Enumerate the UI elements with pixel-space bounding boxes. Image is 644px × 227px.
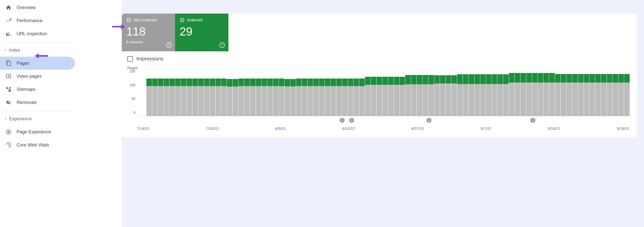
- x-tick: 8/16/22: [342, 126, 355, 131]
- chart-ylabel: Pages: [127, 66, 632, 70]
- search-icon: [6, 31, 12, 37]
- pages-chart: Pages 150100500 1511 7/14/227/25/228/5/2…: [122, 64, 637, 137]
- caret-down-icon: [4, 117, 8, 121]
- sidebar-item-core-web-vitals[interactable]: Core Web Vitals: [0, 138, 122, 152]
- help-icon[interactable]: ?: [219, 42, 225, 48]
- impressions-label: Impressions: [136, 56, 164, 62]
- x-tick: 8/5/22: [275, 126, 286, 131]
- chart-marker[interactable]: 1: [426, 118, 431, 123]
- stat-not-indexed[interactable]: Not indexed 118 5 reasons ?: [122, 14, 175, 51]
- impressions-checkbox[interactable]: [127, 56, 133, 62]
- caret-down-icon: [4, 48, 8, 52]
- sidebar-item-sitemaps[interactable]: Sitemaps: [0, 83, 122, 96]
- section-index[interactable]: Index: [0, 44, 122, 57]
- sidebar-item-page-experience[interactable]: Page Experience: [0, 125, 122, 138]
- chart-marker[interactable]: 5: [349, 118, 354, 123]
- stat-indexed-label: Indexed: [187, 18, 203, 23]
- annotation-arrow: [112, 24, 125, 30]
- section-experience[interactable]: Experience: [0, 112, 122, 125]
- checkbox-checked-icon: [126, 18, 131, 23]
- sidebar-item-removals[interactable]: Removals: [0, 96, 122, 109]
- sidebar: Overview Performance URL inspection Inde…: [0, 0, 122, 227]
- sidebar-item-overview[interactable]: Overview: [0, 1, 122, 14]
- trend-icon: [6, 18, 12, 24]
- chart-bars: [146, 71, 629, 116]
- checkbox-checked-icon: [180, 18, 185, 23]
- sidebar-item-label: Pages: [17, 61, 29, 66]
- help-icon[interactable]: ?: [166, 42, 172, 48]
- sidebar-item-url-inspection[interactable]: URL inspection: [0, 27, 122, 40]
- video-icon: [6, 73, 12, 79]
- sidebar-item-performance[interactable]: Performance: [0, 14, 122, 27]
- eye-off-icon: [6, 99, 12, 105]
- stat-not-indexed-value: 118: [126, 25, 171, 38]
- stat-not-indexed-sub: 5 reasons: [126, 40, 171, 44]
- stat-indexed[interactable]: Indexed 29 ?: [175, 14, 228, 51]
- annotation-arrow: [35, 53, 48, 59]
- sitemap-icon: [6, 86, 12, 92]
- x-axis: 7/14/227/25/228/5/228/16/228/27/229/7/22…: [127, 126, 632, 131]
- x-tick: 8/27/22: [411, 126, 424, 131]
- sidebar-item-label: Sitemaps: [17, 87, 35, 92]
- sidebar-item-label: Overview: [17, 5, 35, 10]
- sidebar-item-label: Video pages: [17, 74, 42, 79]
- chart-markers: 1511: [146, 118, 629, 123]
- star-circle-icon: [6, 129, 12, 135]
- sidebar-item-label: Performance: [17, 18, 43, 23]
- sidebar-item-label: Removals: [17, 100, 37, 105]
- section-title: Index: [9, 48, 20, 53]
- section-title: Experience: [9, 116, 32, 122]
- sidebar-item-label: Core Web Vitals: [17, 142, 49, 148]
- sidebar-item-label: URL inspection: [17, 31, 47, 36]
- x-tick: 7/25/22: [206, 126, 219, 131]
- speed-icon: [6, 142, 12, 148]
- stat-indexed-value: 29: [180, 25, 224, 38]
- stat-not-indexed-label: Not indexed: [134, 18, 157, 23]
- main-content: Not indexed 118 5 reasons ? Indexed 29 ?: [122, 0, 644, 227]
- sidebar-item-video-pages[interactable]: Video pages: [0, 70, 122, 83]
- chart-marker[interactable]: 1: [530, 118, 535, 123]
- x-tick: 7/14/22: [137, 126, 149, 131]
- y-axis: 150100500: [127, 71, 137, 116]
- chart-marker[interactable]: 1: [340, 118, 345, 123]
- pages-icon: [6, 60, 12, 66]
- home-icon: [6, 5, 12, 11]
- sidebar-item-label: Page Experience: [17, 129, 51, 135]
- x-tick: 9/7/22: [480, 126, 491, 131]
- x-tick: 9/18/22: [548, 126, 560, 131]
- pages-card: Not indexed 118 5 reasons ? Indexed 29 ?: [122, 14, 637, 137]
- x-tick: 9/29/22: [617, 126, 629, 131]
